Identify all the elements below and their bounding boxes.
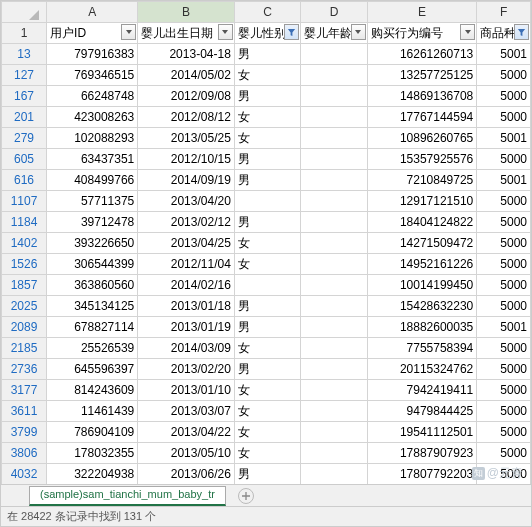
cell[interactable] <box>301 380 368 401</box>
cell[interactable] <box>301 107 368 128</box>
table-row[interactable]: 1107577113752013/04/20129171215105000 <box>2 191 531 212</box>
cell[interactable]: 5000 <box>477 233 531 254</box>
cell[interactable] <box>301 149 368 170</box>
cell[interactable]: 178032355 <box>47 443 138 464</box>
cell[interactable]: 2013/01/18 <box>138 296 235 317</box>
cell[interactable]: 2012/09/08 <box>138 86 235 107</box>
cell[interactable]: 423008263 <box>47 107 138 128</box>
row-header[interactable]: 3611 <box>2 401 47 422</box>
cell[interactable]: 7755758394 <box>367 338 476 359</box>
filter-button-F[interactable] <box>514 24 529 40</box>
column-header-A[interactable]: A <box>47 2 138 23</box>
cell[interactable]: 5000 <box>477 296 531 317</box>
row-header[interactable]: 2089 <box>2 317 47 338</box>
cell[interactable]: 13257725125 <box>367 65 476 86</box>
cell[interactable] <box>301 443 368 464</box>
cell[interactable]: 5000 <box>477 275 531 296</box>
cell[interactable]: 2013/05/10 <box>138 443 235 464</box>
row-header[interactable]: 279 <box>2 128 47 149</box>
cell[interactable]: 2013/06/26 <box>138 464 235 485</box>
table-row[interactable]: 2185255265392014/03/09女77557583945000 <box>2 338 531 359</box>
row-header[interactable]: 2185 <box>2 338 47 359</box>
cell[interactable]: 5000 <box>477 212 531 233</box>
cell[interactable] <box>301 86 368 107</box>
cell[interactable]: 10896260765 <box>367 128 476 149</box>
table-row[interactable]: 20253451341252013/01/18男154286322305000 <box>2 296 531 317</box>
cell[interactable] <box>301 464 368 485</box>
table-row[interactable]: 2791020882932013/05/25女108962607655001 <box>2 128 531 149</box>
cell[interactable]: 2013/01/19 <box>138 317 235 338</box>
cell[interactable]: 男 <box>234 170 301 191</box>
cell[interactable]: 2012/11/04 <box>138 254 235 275</box>
table-row[interactable]: 3611114614392013/03/07女94798444255000 <box>2 401 531 422</box>
cell[interactable]: 女 <box>234 401 301 422</box>
cell[interactable]: 11461439 <box>47 401 138 422</box>
cell[interactable]: 393226650 <box>47 233 138 254</box>
cell[interactable]: 17807792203 <box>367 464 476 485</box>
cell[interactable]: 769346515 <box>47 65 138 86</box>
cell[interactable]: 102088293 <box>47 128 138 149</box>
row-header[interactable]: 4032 <box>2 464 47 485</box>
cell[interactable]: 17887907923 <box>367 443 476 464</box>
row-header[interactable]: 605 <box>2 149 47 170</box>
cell[interactable]: 男 <box>234 149 301 170</box>
cell[interactable] <box>301 317 368 338</box>
sheet-tab-active[interactable]: (sample)sam_tianchi_mum_baby_tr <box>29 486 226 506</box>
column-header-F[interactable]: F <box>477 2 531 23</box>
cell[interactable]: 14952161226 <box>367 254 476 275</box>
cell[interactable]: 7942419411 <box>367 380 476 401</box>
cell[interactable]: 5001 <box>477 44 531 65</box>
cell[interactable]: 男 <box>234 296 301 317</box>
cell[interactable]: 女 <box>234 338 301 359</box>
cell[interactable] <box>301 401 368 422</box>
cell[interactable] <box>234 275 301 296</box>
table-row[interactable]: 605634373512012/10/15男153579255765000 <box>2 149 531 170</box>
cell[interactable]: 男 <box>234 464 301 485</box>
cell[interactable]: 408499766 <box>47 170 138 191</box>
row-header[interactable]: 1 <box>2 23 47 44</box>
cell[interactable] <box>301 275 368 296</box>
cell[interactable]: 男 <box>234 317 301 338</box>
cell[interactable] <box>301 65 368 86</box>
cell[interactable]: 5000 <box>477 107 531 128</box>
cell[interactable]: 女 <box>234 422 301 443</box>
row-header[interactable]: 1402 <box>2 233 47 254</box>
row-header[interactable]: 3799 <box>2 422 47 443</box>
cell[interactable]: 17767144594 <box>367 107 476 128</box>
table-row[interactable]: 27366455963972013/02/20男201153247625000 <box>2 359 531 380</box>
row-header[interactable]: 167 <box>2 86 47 107</box>
cell[interactable]: 女 <box>234 443 301 464</box>
cell[interactable]: 20115324762 <box>367 359 476 380</box>
cell[interactable]: 5000 <box>477 86 531 107</box>
cell[interactable]: 女 <box>234 233 301 254</box>
cell[interactable]: 2013/05/25 <box>138 128 235 149</box>
add-sheet-button[interactable] <box>238 488 254 504</box>
cell[interactable]: 2013/04/22 <box>138 422 235 443</box>
cell[interactable]: 12917121510 <box>367 191 476 212</box>
cell[interactable]: 7210849725 <box>367 170 476 191</box>
cell[interactable]: 女 <box>234 380 301 401</box>
cell[interactable]: 57711375 <box>47 191 138 212</box>
table-row[interactable]: 137979163832013-04-18男162612607135001 <box>2 44 531 65</box>
table-row[interactable]: 20896788271142013/01/19男188826000355001 <box>2 317 531 338</box>
cell[interactable]: 女 <box>234 254 301 275</box>
cell[interactable]: 322204938 <box>47 464 138 485</box>
cell[interactable]: 5001 <box>477 170 531 191</box>
table-row[interactable]: 167662487482012/09/08男148691367085000 <box>2 86 531 107</box>
cell[interactable] <box>301 170 368 191</box>
cell[interactable] <box>301 191 368 212</box>
cell[interactable]: 363860560 <box>47 275 138 296</box>
cell[interactable]: 男 <box>234 86 301 107</box>
cell[interactable]: 9479844425 <box>367 401 476 422</box>
table-row[interactable]: 38061780323552013/05/10女178879079235000 <box>2 443 531 464</box>
cell[interactable]: 2013/02/12 <box>138 212 235 233</box>
cell[interactable]: 63437351 <box>47 149 138 170</box>
cell[interactable]: 306544399 <box>47 254 138 275</box>
cell[interactable]: 男 <box>234 359 301 380</box>
cell[interactable]: 786904109 <box>47 422 138 443</box>
cell[interactable]: 2013-04-18 <box>138 44 235 65</box>
table-row[interactable]: 18573638605602014/02/16100141994505000 <box>2 275 531 296</box>
cell[interactable] <box>301 359 368 380</box>
cell[interactable]: 5001 <box>477 128 531 149</box>
cell[interactable]: 2013/04/25 <box>138 233 235 254</box>
